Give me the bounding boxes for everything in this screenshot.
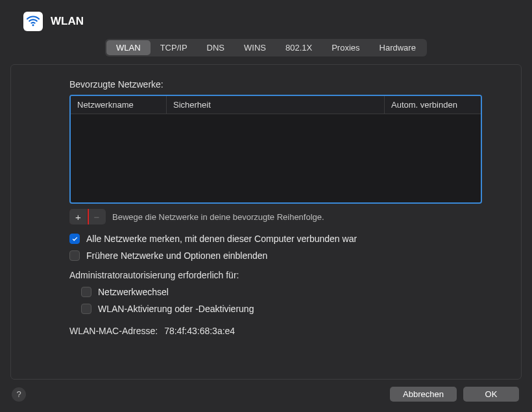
admin-wlan-toggle-row: WLAN-Aktivierung oder -Deaktivierung — [81, 304, 482, 314]
titlebar: WLAN — [0, 0, 532, 35]
tab-wins[interactable]: WINS — [234, 40, 276, 55]
tab-tcpip[interactable]: TCP/IP — [151, 40, 197, 55]
mac-address-value: 78:4f:43:68:3a:e4 — [164, 326, 235, 336]
cancel-button[interactable]: Abbrechen — [390, 387, 457, 402]
minus-icon: − — [94, 212, 100, 223]
preferred-networks-table[interactable]: Netzwerkname Sicherheit Autom. verbinden — [69, 95, 482, 204]
show-previous-label: Frühere Netzwerke und Optionen einblende… — [86, 250, 267, 261]
content-panel: Bevorzugte Netzwerke: Netzwerkname Siche… — [10, 64, 522, 380]
add-remove-group: + − — [69, 209, 106, 224]
tab-proxies[interactable]: Proxies — [322, 40, 369, 55]
remember-all-checkbox[interactable] — [69, 234, 80, 244]
tab-dns[interactable]: DNS — [197, 40, 234, 55]
remove-network-button[interactable]: − — [88, 209, 106, 224]
window-title: WLAN — [51, 15, 84, 28]
admin-change-networks-checkbox[interactable] — [81, 287, 91, 297]
remember-all-label: Alle Netzwerke merken, mit denen dieser … — [86, 234, 357, 244]
footer: ? Abbrechen OK — [12, 387, 519, 402]
ok-button[interactable]: OK — [463, 387, 519, 402]
tab-bar: WLAN TCP/IP DNS WINS 802.1X Proxies Hard… — [105, 39, 427, 56]
add-network-button[interactable]: + — [69, 209, 88, 224]
mac-address-label: WLAN-MAC-Adresse: — [69, 326, 158, 336]
table-body[interactable] — [71, 114, 481, 200]
network-settings-window: WLAN WLAN TCP/IP DNS WINS 802.1X Proxies… — [0, 0, 532, 412]
preferred-networks-label: Bevorzugte Netzwerke: — [69, 79, 482, 90]
admin-change-networks-label: Netzwerkwechsel — [98, 287, 169, 297]
column-name[interactable]: Netzwerkname — [71, 96, 167, 114]
admin-change-networks-row: Netzwerkwechsel — [81, 287, 482, 297]
tab-8021x[interactable]: 802.1X — [276, 40, 322, 55]
mac-address-row: WLAN-MAC-Adresse: 78:4f:43:68:3a:e4 — [69, 326, 482, 336]
table-header: Netzwerkname Sicherheit Autom. verbinden — [71, 96, 481, 114]
admin-required-label: Administratorautorisierung erforderlich … — [69, 270, 482, 280]
reorder-hint: Bewege die Netzwerke in deine bevorzugte… — [112, 212, 324, 222]
wifi-icon — [23, 12, 43, 31]
tab-wlan[interactable]: WLAN — [106, 40, 151, 55]
column-security[interactable]: Sicherheit — [167, 96, 385, 114]
remember-all-row: Alle Netzwerke merken, mit denen dieser … — [69, 234, 482, 244]
help-button[interactable]: ? — [12, 387, 26, 402]
tab-hardware[interactable]: Hardware — [370, 40, 426, 55]
plus-icon: + — [75, 212, 81, 223]
admin-wlan-toggle-label: WLAN-Aktivierung oder -Deaktivierung — [98, 304, 254, 314]
admin-wlan-toggle-checkbox[interactable] — [81, 304, 91, 314]
show-previous-row: Frühere Netzwerke und Optionen einblende… — [69, 250, 482, 261]
show-previous-checkbox[interactable] — [69, 250, 80, 261]
table-toolbar: + − Bewege die Netzwerke in deine bevorz… — [69, 209, 482, 224]
help-icon: ? — [16, 389, 21, 399]
column-auto[interactable]: Autom. verbinden — [385, 96, 481, 114]
